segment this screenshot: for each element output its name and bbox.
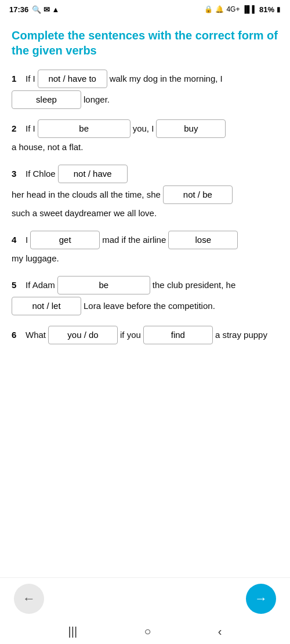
android-back-icon[interactable]: ‹ xyxy=(218,625,222,638)
text-6b: if you xyxy=(120,328,141,342)
text-4b: mad if the airline xyxy=(102,233,166,247)
text-5a: If Adam xyxy=(26,278,55,292)
exercise-6: 6 What you / do if you find a stray pupp… xyxy=(12,326,278,344)
status-left: 17:36 🔍 ✉ ▲ xyxy=(9,5,59,14)
back-icon: ← xyxy=(23,591,35,606)
text-5c: Lora leave before the competition. xyxy=(84,299,215,313)
battery-level: 81% xyxy=(259,5,274,14)
status-icons: 🔍 ✉ ▲ xyxy=(32,5,59,14)
text-3c: such a sweet daydreamer we all love. xyxy=(12,206,157,220)
signal-icon: ▐▌▌ xyxy=(242,5,257,13)
num-4: 4 xyxy=(12,233,21,247)
main-content: Complete the sentences with the correct … xyxy=(0,19,290,577)
lock-icon: 🔒 xyxy=(204,5,213,13)
text-2c: a house, not a flat. xyxy=(12,140,83,154)
exercise-5: 5 If Adam be the club president, he not … xyxy=(12,276,278,315)
text-4c: my luggage. xyxy=(12,252,59,265)
text-2b: you, I xyxy=(133,122,154,136)
answer-3b[interactable]: not / be xyxy=(163,185,233,204)
answer-4a[interactable]: get xyxy=(30,231,100,249)
android-nav-bar: ||| ○ ‹ xyxy=(0,618,290,644)
text-1a: If I xyxy=(26,72,35,86)
num-5: 5 xyxy=(12,278,21,292)
sentence-line-1: 1 If I not / have to walk my dog in the … xyxy=(12,70,278,109)
battery-icon: ▮ xyxy=(277,5,281,13)
bottom-nav: ← → xyxy=(0,577,290,618)
text-6c: a stray puppy xyxy=(215,328,267,342)
time: 17:36 xyxy=(9,5,28,14)
answer-5b[interactable]: not / let xyxy=(12,297,81,315)
answer-1b[interactable]: sleep xyxy=(12,90,81,109)
status-bar: 17:36 🔍 ✉ ▲ 🔒 🔔 4G+ ▐▌▌ 81% ▮ xyxy=(0,0,290,19)
status-right: 🔒 🔔 4G+ ▐▌▌ 81% ▮ xyxy=(204,5,281,14)
text-1b: walk my dog in the morning, I xyxy=(110,72,223,86)
answer-4b[interactable]: lose xyxy=(168,231,238,249)
answer-6b[interactable]: find xyxy=(143,326,213,344)
answer-1a[interactable]: not / have to xyxy=(38,70,107,88)
sentence-line-5: 5 If Adam be the club president, he not … xyxy=(12,276,278,315)
text-3a: If Chloe xyxy=(26,167,56,181)
page-title: Complete the sentences with the correct … xyxy=(12,28,278,58)
bell-icon: 🔔 xyxy=(215,5,224,13)
text-4a: I xyxy=(26,233,28,247)
num-3: 3 xyxy=(12,167,21,181)
sentence-line-4: 4 I get mad if the airline lose my lugga… xyxy=(12,231,278,265)
text-6a: What xyxy=(26,328,46,342)
text-5b: the club president, he xyxy=(153,278,235,292)
num-2: 2 xyxy=(12,122,21,136)
answer-6a[interactable]: you / do xyxy=(48,326,118,344)
answer-3a[interactable]: not / have xyxy=(58,165,128,183)
sentence-line-6: 6 What you / do if you find a stray pupp… xyxy=(12,326,278,344)
forward-button[interactable]: → xyxy=(246,584,276,614)
network-label: 4G+ xyxy=(226,5,240,13)
android-menu-icon[interactable]: ||| xyxy=(68,625,78,638)
android-home-icon[interactable]: ○ xyxy=(144,625,151,638)
exercise-3: 3 If Chloe not / have her head in the cl… xyxy=(12,165,278,220)
text-2a: If I xyxy=(26,122,35,136)
text-3b: her head in the clouds all the time, she xyxy=(12,188,161,202)
exercise-2: 2 If I be you, I buy a house, not a flat… xyxy=(12,119,278,154)
text-1c: longer. xyxy=(84,93,110,107)
sentence-line-2: 2 If I be you, I buy a house, not a flat… xyxy=(12,119,278,154)
num-1: 1 xyxy=(12,72,21,86)
forward-icon: → xyxy=(255,591,267,606)
back-button[interactable]: ← xyxy=(14,584,44,614)
answer-2a[interactable]: be xyxy=(38,119,130,138)
exercise-1: 1 If I not / have to walk my dog in the … xyxy=(12,70,278,109)
sentence-line-3: 3 If Chloe not / have her head in the cl… xyxy=(12,165,278,220)
exercise-4: 4 I get mad if the airline lose my lugga… xyxy=(12,231,278,265)
num-6: 6 xyxy=(12,328,21,342)
answer-2b[interactable]: buy xyxy=(156,119,226,138)
answer-5a[interactable]: be xyxy=(57,276,150,294)
